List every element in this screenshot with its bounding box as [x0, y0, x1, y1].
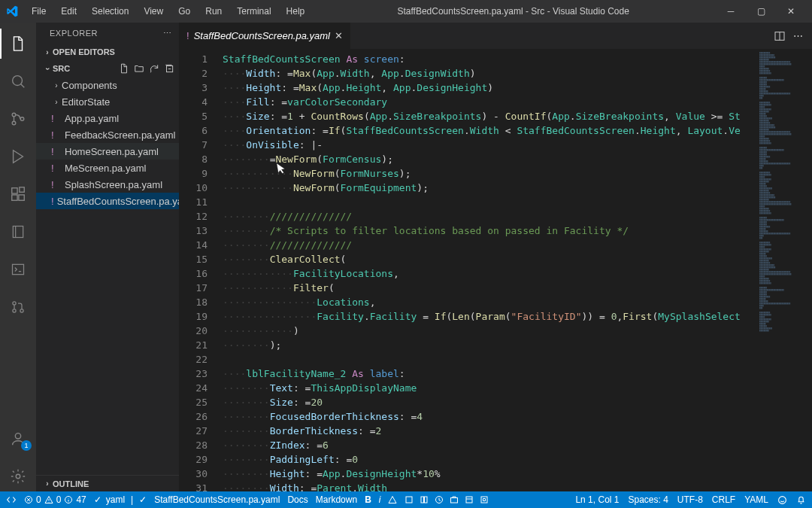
- svg-rect-20: [421, 497, 424, 503]
- yaml-file-icon: !: [51, 196, 54, 207]
- src-section[interactable]: › SRC: [36, 60, 179, 77]
- status-eol[interactable]: CRLF: [712, 494, 735, 505]
- chevron-right-icon: ›: [51, 98, 62, 106]
- status-yaml-check[interactable]: ✓yaml | ✓: [94, 494, 147, 505]
- svg-point-11: [13, 309, 16, 312]
- svg-point-0: [13, 76, 23, 86]
- activity-search-icon[interactable]: [0, 66, 36, 96]
- menu-view[interactable]: View: [138, 3, 169, 20]
- explorer-tree: › OPEN EDITORS › SRC: [36, 44, 179, 209]
- svg-rect-5: [12, 195, 17, 200]
- src-label: SRC: [53, 64, 70, 73]
- titlebar: FileEditSelectionViewGoRunTerminalHelp S…: [0, 0, 812, 23]
- status-markdown[interactable]: Markdown: [316, 494, 357, 505]
- explorer-title: EXPLORER: [50, 29, 98, 38]
- menu-edit[interactable]: Edit: [55, 3, 83, 20]
- new-file-icon[interactable]: [119, 63, 129, 74]
- yaml-file-icon: !: [51, 163, 62, 174]
- status-encoding[interactable]: UTF-8: [677, 494, 703, 505]
- activity-settings-icon[interactable]: [0, 461, 36, 491]
- code-content[interactable]: StaffBedCountsScreen As screen:····Width…: [217, 49, 756, 491]
- activity-pr-icon[interactable]: [0, 292, 36, 322]
- menu-bar: FileEditSelectionViewGoRunTerminalHelp: [26, 3, 311, 20]
- open-editors-label: OPEN EDITORS: [53, 47, 115, 56]
- svg-point-13: [15, 433, 20, 439]
- status-italic[interactable]: i: [379, 494, 381, 505]
- accounts-badge: 1: [21, 440, 32, 451]
- tab-label: StaffBedCountsScreen.pa.yaml: [194, 30, 330, 41]
- tab-active[interactable]: ! StaffBedCountsScreen.pa.yaml ✕: [179, 23, 350, 49]
- status-warning-icon[interactable]: [388, 495, 397, 504]
- status-bold[interactable]: B: [365, 494, 371, 505]
- menu-help[interactable]: Help: [280, 3, 311, 20]
- main-area: 1 EXPLORER ⋯ › OPEN EDITORS › SRC: [0, 23, 812, 491]
- line-numbers: 1234567891011121314151617181920212223242…: [179, 49, 217, 491]
- chevron-down-icon: ›: [44, 63, 52, 74]
- file-item[interactable]: !MeScreen.pa.yaml: [36, 160, 179, 176]
- menu-selection[interactable]: Selection: [86, 3, 135, 20]
- menu-run[interactable]: Run: [199, 3, 228, 20]
- file-item[interactable]: !SplashScreen.pa.yaml: [36, 176, 179, 193]
- svg-rect-23: [451, 498, 458, 503]
- folder-editorstate[interactable]: ›EditorState: [36, 93, 179, 110]
- svg-point-10: [13, 302, 16, 305]
- open-editors-section[interactable]: › OPEN EDITORS: [36, 44, 179, 60]
- menu-file[interactable]: File: [26, 3, 52, 20]
- file-item[interactable]: !FeedbackScreen.pa.yaml: [36, 126, 179, 143]
- file-item[interactable]: !StaffBedCountsScreen.pa.yaml: [36, 193, 179, 209]
- status-spaces[interactable]: Spaces: 4: [628, 494, 668, 505]
- activity-run-icon[interactable]: [0, 141, 36, 172]
- close-button[interactable]: ✕: [776, 0, 806, 23]
- svg-rect-7: [20, 187, 24, 192]
- status-git-file[interactable]: StaffBedCountsScreen.pa.yaml: [154, 494, 280, 505]
- src-actions: [119, 63, 174, 74]
- svg-point-2: [12, 121, 16, 125]
- window-controls: ─ ▢ ✕: [716, 0, 806, 23]
- split-editor-icon[interactable]: [774, 30, 786, 42]
- svg-point-1: [12, 113, 16, 117]
- status-icon-group[interactable]: [404, 495, 489, 504]
- yaml-file-icon: !: [51, 179, 62, 190]
- tab-close-icon[interactable]: ✕: [335, 30, 343, 41]
- new-folder-icon[interactable]: [134, 63, 144, 74]
- svg-rect-25: [481, 497, 487, 503]
- status-docs[interactable]: Docs: [287, 494, 308, 505]
- status-problems[interactable]: 0 0 47: [24, 494, 86, 505]
- more-actions-icon[interactable]: ⋯: [793, 30, 803, 42]
- status-bell-icon[interactable]: [796, 495, 806, 505]
- status-language[interactable]: YAML: [744, 494, 768, 505]
- explorer-header: EXPLORER ⋯: [36, 23, 179, 44]
- minimize-button[interactable]: ─: [716, 0, 746, 23]
- activity-explorer-icon[interactable]: [0, 29, 36, 59]
- refresh-icon[interactable]: [149, 63, 159, 74]
- svg-point-3: [20, 117, 24, 121]
- svg-point-12: [20, 309, 23, 312]
- file-item[interactable]: !App.pa.yaml: [36, 110, 179, 126]
- status-remote-icon[interactable]: [6, 494, 17, 505]
- vscode-logo-icon: [6, 5, 18, 17]
- menu-terminal[interactable]: Terminal: [231, 3, 277, 20]
- activity-accounts-icon[interactable]: 1: [0, 424, 36, 454]
- activity-extensions-icon[interactable]: [0, 179, 36, 209]
- activity-book-icon[interactable]: [0, 217, 36, 247]
- svg-point-26: [779, 496, 786, 503]
- minimap[interactable]: ██████████ ██████████████ ██████████████…: [756, 49, 812, 491]
- status-bar: 0 0 47 ✓yaml | ✓ StaffBedCountsScreen.pa…: [0, 491, 812, 508]
- status-cursor-position[interactable]: Ln 1, Col 1: [575, 494, 619, 505]
- activity-scm-icon[interactable]: [0, 104, 36, 134]
- activity-terminal-icon[interactable]: [0, 254, 36, 284]
- svg-rect-24: [466, 497, 472, 503]
- chevron-right-icon: ›: [42, 479, 53, 488]
- outline-section[interactable]: › OUTLINE: [36, 475, 179, 491]
- yaml-file-icon: !: [51, 129, 62, 141]
- collapse-all-icon[interactable]: [164, 63, 174, 74]
- folder-components[interactable]: ›Components: [36, 77, 179, 93]
- maximize-button[interactable]: ▢: [746, 0, 776, 23]
- svg-rect-21: [425, 497, 428, 503]
- menu-go[interactable]: Go: [172, 3, 196, 20]
- status-feedback-icon[interactable]: [777, 495, 787, 505]
- file-item[interactable]: !HomeScreen.pa.yaml: [36, 143, 179, 160]
- yaml-file-icon: !: [51, 113, 62, 124]
- explorer-more-icon[interactable]: ⋯: [163, 29, 172, 38]
- outline-label: OUTLINE: [53, 479, 89, 488]
